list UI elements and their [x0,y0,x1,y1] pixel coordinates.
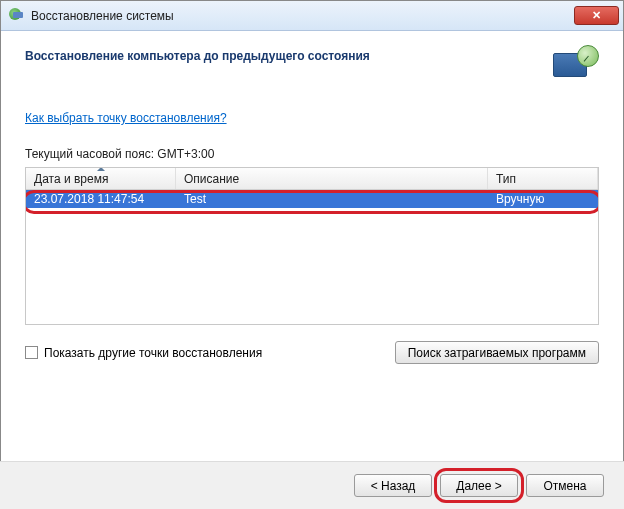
timezone-label: Текущий часовой пояс: GMT+3:00 [25,147,599,161]
column-datetime-label: Дата и время [34,172,108,186]
restore-points-table: Дата и время Описание Тип 23.07.2018 11:… [25,167,599,325]
cell-description: Test [176,190,488,208]
cell-datetime: 23.07.2018 11:47:54 [26,190,176,208]
sort-indicator-icon [97,167,105,171]
cancel-button[interactable]: Отмена [526,474,604,497]
table-header: Дата и время Описание Тип [26,168,598,190]
cell-type: Вручную [488,190,598,208]
wizard-footer: < Назад Далее > Отмена [0,461,624,509]
help-link[interactable]: Как выбрать точку восстановления? [25,111,227,125]
show-more-checkbox-group[interactable]: Показать другие точки восстановления [25,346,385,360]
column-datetime[interactable]: Дата и время [26,168,176,189]
close-button[interactable]: ✕ [574,6,619,25]
column-type[interactable]: Тип [488,168,598,189]
column-description[interactable]: Описание [176,168,488,189]
window-title: Восстановление системы [31,9,574,23]
page-heading: Восстановление компьютера до предыдущего… [25,45,541,63]
titlebar: Восстановление системы ✕ [1,1,623,31]
back-button[interactable]: < Назад [354,474,432,497]
show-more-checkbox[interactable] [25,346,38,359]
restore-icon [551,45,599,85]
content-area: Восстановление компьютера до предыдущего… [1,31,623,461]
next-button[interactable]: Далее > [440,474,518,497]
table-row[interactable]: 23.07.2018 11:47:54 Test Вручную [26,190,598,208]
system-restore-icon [9,8,25,24]
scan-programs-button[interactable]: Поиск затрагиваемых программ [395,341,599,364]
show-more-label: Показать другие точки восстановления [44,346,262,360]
